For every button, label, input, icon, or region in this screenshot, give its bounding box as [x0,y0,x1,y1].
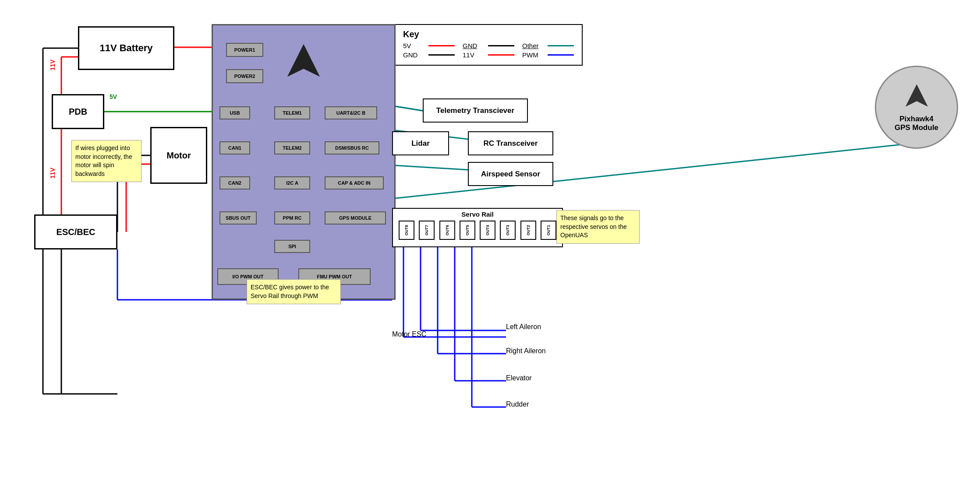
port-power2: POWER2 [226,69,263,83]
telemetry-label: Telemetry Transciever [436,106,514,115]
port-ppm-rc: PPM RC [274,211,310,225]
rudder-label: Rudder [506,400,529,408]
elevator-label: Elevator [506,374,532,382]
svg-line-24 [396,106,423,111]
key-gnd-label1: GND [463,42,480,49]
servo-note: These signals go to the respective servo… [556,210,640,244]
key-5v-label: 5V [403,42,421,49]
port-telem1: TELEM1 [274,106,310,119]
right-aileron-label: Right Aileron [506,347,546,355]
motor-note-text: If wires plugged into motor incorrectly,… [75,144,132,177]
pixhawk-arrow [286,43,321,84]
key-pwm-line [548,54,574,56]
svg-line-27 [396,165,468,170]
out-port-7: OUT7 [419,221,435,240]
port-gps-module: GPS MODULE [325,211,386,225]
telemetry-device: Telemetry Transciever [423,98,528,123]
key-11v-label: 11V [463,51,480,59]
battery-label: 11V Battery [99,42,152,54]
gps-circle: Pixhawk4GPS Module [875,66,958,149]
airspeed-device: Airspeed Sensor [468,162,553,186]
key-gnd-line2 [428,54,455,56]
out-port-5: OUT5 [460,221,475,240]
wire-label-11v-top: 11V [49,60,56,70]
port-dsm-sbus-rc: DSM/SBUS RC [325,141,379,154]
escbec-box: ESC/BEC [34,214,117,249]
motor-note: If wires plugged into motor incorrectly,… [71,140,142,182]
battery-box: 11V Battery [78,26,174,70]
lidar-label: Lidar [411,139,430,148]
wire-label-11v-bottom: 11V [49,168,56,179]
servo-rail-title: Servo Rail [393,209,562,218]
port-power1: POWER1 [226,43,263,57]
rc-transceiver-device: RC Transceiver [468,131,553,155]
out-port-1: OUT1 [541,221,556,240]
port-can2: CAN2 [219,176,250,190]
lidar-device: Lidar [392,131,449,155]
motor-label: Motor [166,151,191,161]
motor-esc-label: Motor ESC [392,330,426,338]
wire-label-5v: 5V [110,93,117,100]
motor-box: Motor [150,127,207,184]
port-cap-adc-in: CAP & ADC IN [325,176,384,190]
key-pwm-label: PWM [522,51,540,59]
servo-rail-ports: OUT8 OUT7 OUT6 OUT5 OUT4 OUT3 OUT2 OUT1 [393,218,562,240]
airspeed-label: Airspeed Sensor [481,170,540,179]
pdb-box: PDB [52,94,104,129]
escbec-note-text: ESC/BEC gives power to the Servo Rail th… [251,284,329,299]
out-port-4: OUT4 [480,221,495,240]
out-port-3: OUT3 [500,221,516,240]
servo-note-text: These signals go to the respective servo… [560,214,627,239]
key-other-line [548,45,574,46]
key-box: Key 5V GND Other GND 11V PWM [394,24,583,66]
port-spi: SPI [274,240,310,253]
key-row-1: 5V GND Other [403,42,574,49]
key-gnd-label2: GND [403,51,421,59]
port-can1: CAN1 [219,141,250,154]
key-gnd-line1 [488,45,514,46]
escbec-label: ESC/BEC [57,227,96,237]
port-uart-i2c-b: UART&I2C B [325,106,377,119]
svg-marker-47 [906,85,927,106]
pdb-label: PDB [69,107,87,117]
left-aileron-label: Left Aileron [506,323,541,331]
servo-rail-box: Servo Rail OUT8 OUT7 OUT6 OUT5 OUT4 OUT3… [392,208,563,247]
port-i2c-a: I2C A [274,176,310,190]
escbec-note: ESC/BEC gives power to the Servo Rail th… [247,279,341,304]
svg-line-22 [396,106,423,111]
port-telem2: TELEM2 [274,141,310,154]
key-11v-line [488,54,514,56]
port-sbus-out: SBUS OUT [219,211,257,225]
key-5v-line [428,45,455,46]
gps-module-label: Pixhawk4GPS Module [895,115,938,132]
key-title: Key [403,29,574,39]
port-usb: USB [219,106,250,119]
key-other-label: Other [522,42,540,49]
key-row-2: GND 11V PWM [403,51,574,59]
diagram-container: Key 5V GND Other GND 11V PWM 11V Battery… [0,0,980,502]
out-port-8: OUT8 [399,221,414,240]
rc-transceiver-label: RC Transceiver [484,139,538,148]
wires-svg [0,0,980,502]
pixhawk-board: Pixhawk4 POWER1 POWER2 USB TELEM1 UART&I… [212,24,396,300]
svg-marker-46 [288,45,319,76]
out-port-6: OUT6 [439,221,455,240]
out-port-2: OUT2 [520,221,536,240]
